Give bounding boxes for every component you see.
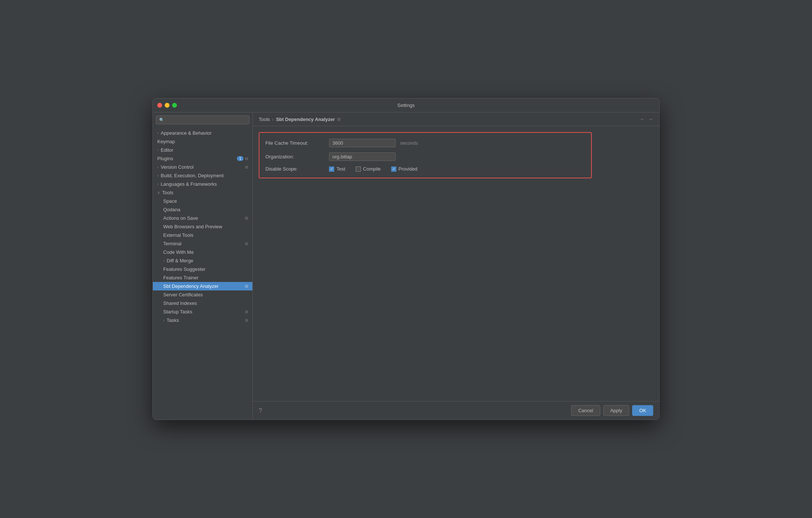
sidebar-item-space[interactable]: Space: [153, 197, 252, 205]
sidebar-item-keymap[interactable]: Keymap: [153, 137, 252, 146]
sidebar-item-features-trainer[interactable]: Features Trainer: [153, 273, 252, 282]
settings-icon: ⊟: [245, 310, 248, 314]
search-box[interactable]: 🔍: [156, 115, 249, 124]
sidebar-item-appearance[interactable]: › Appearance & Behavior: [153, 129, 252, 137]
sidebar-item-build[interactable]: › Build, Execution, Deployment: [153, 171, 252, 180]
traffic-lights: [157, 103, 177, 108]
file-cache-timeout-input[interactable]: [329, 139, 396, 147]
sidebar-item-label: Features Trainer: [163, 275, 198, 280]
sidebar-item-actions-on-save[interactable]: Actions on Save ⊟: [153, 214, 252, 222]
sidebar-item-features-suggester[interactable]: Features Suggester: [153, 265, 252, 273]
test-label: Test: [336, 166, 345, 172]
sidebar-item-plugins[interactable]: Plugins 1 ⊟: [153, 154, 252, 163]
sidebar-item-label: Keymap: [157, 139, 175, 144]
footer: ? Cancel Apply OK: [253, 401, 659, 420]
settings-icon: ⊟: [245, 165, 248, 169]
sidebar-item-label: Space: [163, 198, 177, 204]
sidebar-item-label: Languages & Frameworks: [161, 181, 217, 187]
checkbox-provided[interactable]: Provided: [391, 166, 417, 172]
sidebar-item-tasks[interactable]: › Tasks ⊟: [153, 316, 252, 324]
apply-button[interactable]: Apply: [603, 405, 630, 416]
breadcrumb-separator: ›: [272, 117, 274, 122]
settings-panel: File Cache Timeout: seconds Organization…: [259, 132, 592, 178]
forward-arrow[interactable]: →: [648, 116, 653, 122]
chevron-right-icon: ›: [163, 318, 164, 322]
provided-checkbox[interactable]: [391, 166, 396, 172]
chevron-right-icon: ›: [157, 148, 158, 152]
checkbox-test[interactable]: Test: [329, 166, 345, 172]
maximize-button[interactable]: [172, 103, 177, 108]
sidebar-item-label: Tasks: [167, 317, 179, 323]
sidebar-item-label: Qodana: [163, 207, 180, 212]
back-arrow[interactable]: ←: [640, 116, 645, 122]
sidebar-item-qodana[interactable]: Qodana: [153, 205, 252, 214]
sidebar-item-code-with-me[interactable]: Code With Me: [153, 248, 252, 256]
chevron-down-icon: ∨: [157, 191, 160, 195]
content-area: File Cache Timeout: seconds Organization…: [253, 126, 659, 401]
sidebar-item-server-certificates[interactable]: Server Certificates: [153, 290, 252, 299]
sidebar-item-label: Shared Indexes: [163, 300, 197, 306]
sidebar-item-label: Plugins: [157, 156, 173, 161]
sidebar-item-startup-tasks[interactable]: Startup Tasks ⊟: [153, 307, 252, 316]
cancel-button[interactable]: Cancel: [571, 405, 600, 416]
chevron-right-icon: ›: [157, 131, 158, 135]
sidebar-item-label: Editor: [161, 147, 173, 153]
disable-scope-label: Disable Scope:: [265, 166, 325, 172]
sidebar-item-version-control[interactable]: › Version Control ⊟: [153, 163, 252, 171]
nav-arrows: ← →: [640, 116, 653, 122]
settings-icon: ⊟: [245, 284, 248, 288]
search-input[interactable]: [166, 117, 246, 122]
sidebar-item-diff-merge[interactable]: › Diff & Merge: [153, 256, 252, 265]
breadcrumb-icon: ⊟: [337, 117, 340, 122]
sidebar-item-label: Web Browsers and Preview: [163, 224, 222, 229]
sidebar-item-web-browsers[interactable]: Web Browsers and Preview: [153, 222, 252, 231]
sidebar-item-editor[interactable]: › Editor: [153, 146, 252, 154]
ok-button[interactable]: OK: [632, 405, 653, 416]
sidebar-item-label: Tools: [162, 190, 173, 195]
chevron-right-icon: ›: [163, 259, 164, 263]
file-cache-timeout-label: File Cache Timeout:: [265, 140, 325, 146]
search-icon: 🔍: [159, 118, 164, 122]
main-content: 🔍 › Appearance & Behavior Keymap › Edito…: [153, 112, 659, 420]
settings-icon: ⊟: [245, 157, 248, 161]
sidebar-item-shared-indexes[interactable]: Shared Indexes: [153, 299, 252, 307]
sidebar-nav: › Appearance & Behavior Keymap › Editor …: [153, 127, 252, 420]
sidebar-item-label: Sbt Dependency Analyzer: [163, 283, 219, 289]
settings-icon: ⊟: [245, 216, 248, 220]
organization-input[interactable]: [329, 152, 396, 161]
chevron-right-icon: ›: [157, 174, 158, 178]
test-checkbox[interactable]: [329, 166, 334, 172]
organization-label: Organization:: [265, 154, 325, 159]
sidebar-item-tools[interactable]: ∨ Tools: [153, 188, 252, 197]
breadcrumb: Tools › Sbt Dependency Analyzer ⊟: [259, 117, 340, 122]
sidebar-item-sbt-dependency-analyzer[interactable]: Sbt Dependency Analyzer ⊟: [153, 282, 252, 290]
footer-buttons: Cancel Apply OK: [571, 405, 653, 416]
minimize-button[interactable]: [165, 103, 170, 108]
sidebar-item-languages[interactable]: › Languages & Frameworks: [153, 180, 252, 188]
checkbox-compile[interactable]: Compile: [356, 166, 381, 172]
file-cache-timeout-row: File Cache Timeout: seconds: [265, 139, 585, 147]
disable-scope-checkboxes: Test Compile Provided: [329, 166, 417, 172]
sidebar-item-label: Version Control: [161, 164, 194, 170]
close-button[interactable]: [157, 103, 162, 108]
sidebar-item-label: Diff & Merge: [167, 258, 193, 263]
compile-label: Compile: [363, 166, 381, 172]
sidebar: 🔍 › Appearance & Behavior Keymap › Edito…: [153, 112, 253, 420]
breadcrumb-current: Sbt Dependency Analyzer: [276, 117, 335, 122]
compile-checkbox[interactable]: [356, 166, 361, 172]
file-cache-timeout-unit: seconds: [400, 140, 418, 146]
settings-icon: ⊟: [245, 242, 248, 246]
titlebar: Settings: [153, 98, 659, 112]
organization-row: Organization:: [265, 152, 585, 161]
sidebar-item-label: Actions on Save: [163, 215, 198, 221]
chevron-right-icon: ›: [157, 182, 158, 186]
sidebar-item-label: Code With Me: [163, 249, 194, 255]
sidebar-item-label: Features Suggester: [163, 266, 205, 272]
sidebar-item-label: External Tools: [163, 232, 193, 238]
sidebar-item-external-tools[interactable]: External Tools: [153, 231, 252, 239]
plugins-badge: 1: [237, 156, 244, 161]
sidebar-item-label: Build, Execution, Deployment: [161, 173, 224, 178]
sidebar-item-terminal[interactable]: Terminal ⊟: [153, 239, 252, 248]
window-title: Settings: [397, 102, 415, 108]
help-button[interactable]: ?: [259, 407, 262, 414]
